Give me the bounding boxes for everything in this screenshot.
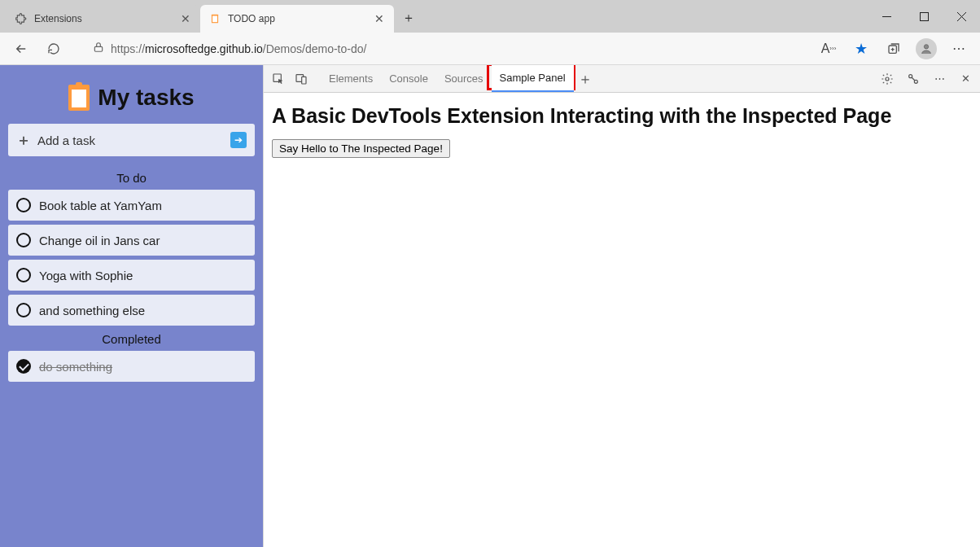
- section-completed-heading: Completed: [8, 332, 255, 346]
- avatar: [916, 38, 937, 59]
- page-header: My tasks: [8, 73, 255, 124]
- sample-panel-content: A Basic DevTools Extension Interacting w…: [264, 93, 980, 547]
- svg-point-12: [886, 77, 889, 81]
- toolbar-right: A››› ★ ⋯: [814, 36, 973, 62]
- plus-icon: ＋: [16, 130, 31, 150]
- task-label: and something else: [39, 304, 145, 317]
- devtools-tabbar: Elements Console Sources Sample Panel ＋ …: [264, 65, 980, 93]
- tab-title: Extensions: [34, 13, 173, 24]
- collections-button[interactable]: [879, 36, 908, 62]
- todo-page: My tasks ＋ Add a task ➔ To do Book table…: [0, 65, 263, 547]
- task-item[interactable]: Change oil in Jans car: [8, 225, 255, 256]
- task-item-completed[interactable]: do something: [8, 351, 255, 382]
- tab-console[interactable]: Console: [381, 65, 436, 92]
- more-tabs-button[interactable]: ＋: [574, 68, 597, 90]
- activity-icon[interactable]: [902, 68, 925, 90]
- task-item[interactable]: Yoga with Sophie: [8, 260, 255, 291]
- address-bar[interactable]: https://microsoftedge.github.io/Demos/de…: [86, 37, 807, 61]
- task-label: Book table at YamYam: [39, 199, 162, 212]
- profile-button[interactable]: [912, 36, 941, 62]
- svg-rect-6: [94, 46, 102, 51]
- lock-icon: [93, 42, 104, 55]
- maximize-button[interactable]: [905, 0, 943, 33]
- checkbox-empty-icon[interactable]: [16, 268, 31, 282]
- browser-tab-todo[interactable]: TODO app ✕: [200, 5, 394, 33]
- device-toggle-button[interactable]: [290, 68, 313, 90]
- section-todo-heading: To do: [8, 171, 255, 185]
- browser-tabs: Extensions ✕ TODO app ✕ ＋: [7, 0, 420, 33]
- favorite-star-icon[interactable]: ★: [847, 36, 876, 62]
- tab-sources[interactable]: Sources: [436, 65, 492, 92]
- task-label: Yoga with Sophie: [39, 269, 133, 282]
- say-hello-button[interactable]: Say Hello to The Inspected Page!: [272, 139, 450, 158]
- close-icon[interactable]: ✕: [373, 12, 386, 25]
- content-area: My tasks ＋ Add a task ➔ To do Book table…: [0, 65, 980, 547]
- task-item[interactable]: Book table at YamYam: [8, 190, 255, 221]
- task-label: do something: [39, 360, 112, 374]
- svg-rect-3: [920, 12, 928, 20]
- clipboard-icon: [68, 85, 90, 111]
- page-title: My tasks: [98, 85, 194, 111]
- settings-gear-icon[interactable]: [876, 68, 899, 90]
- close-icon[interactable]: ✕: [179, 12, 192, 25]
- checkbox-checked-icon[interactable]: [16, 359, 31, 374]
- panel-heading: A Basic DevTools Extension Interacting w…: [272, 104, 972, 128]
- checkbox-empty-icon[interactable]: [16, 303, 31, 317]
- back-button[interactable]: [7, 36, 36, 62]
- new-tab-button[interactable]: ＋: [397, 7, 420, 29]
- task-item[interactable]: and something else: [8, 295, 255, 326]
- close-devtools-button[interactable]: ✕: [954, 68, 977, 90]
- extension-icon: [15, 12, 28, 25]
- tab-title: TODO app: [228, 13, 366, 24]
- svg-rect-11: [302, 77, 306, 84]
- more-options-button[interactable]: ⋯: [928, 68, 951, 90]
- svg-rect-1: [212, 16, 217, 23]
- clipboard-icon: [208, 12, 221, 25]
- checkbox-empty-icon[interactable]: [16, 198, 31, 212]
- checkbox-empty-icon[interactable]: [16, 233, 31, 247]
- add-task-input[interactable]: ＋ Add a task ➔: [8, 124, 255, 156]
- read-aloud-button[interactable]: A›››: [814, 36, 843, 62]
- devtools-panel: Elements Console Sources Sample Panel ＋ …: [263, 65, 980, 547]
- inspect-element-button[interactable]: [267, 68, 290, 90]
- add-task-label: Add a task: [37, 133, 230, 147]
- tab-sample-panel[interactable]: Sample Panel: [492, 65, 574, 92]
- window-controls: [868, 0, 980, 33]
- svg-point-8: [924, 44, 928, 48]
- more-button[interactable]: ⋯: [944, 36, 973, 62]
- tab-elements[interactable]: Elements: [321, 65, 381, 92]
- url-text: https://microsoftedge.github.io/Demos/de…: [111, 42, 801, 55]
- browser-toolbar: https://microsoftedge.github.io/Demos/de…: [0, 33, 980, 65]
- refresh-button[interactable]: [39, 36, 68, 62]
- browser-tab-extensions[interactable]: Extensions ✕: [7, 5, 200, 33]
- submit-icon[interactable]: ➔: [230, 132, 247, 148]
- browser-titlebar: Extensions ✕ TODO app ✕ ＋: [0, 0, 980, 33]
- close-button[interactable]: [943, 0, 980, 33]
- task-label: Change oil in Jans car: [39, 234, 160, 247]
- minimize-button[interactable]: [868, 0, 905, 33]
